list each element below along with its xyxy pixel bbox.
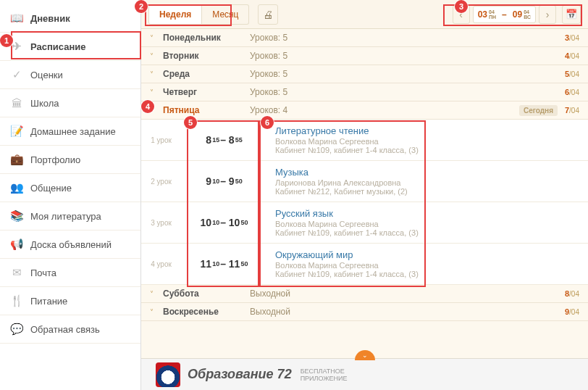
day-date-badge: 7/04	[565, 106, 579, 115]
sidebar-item-icon: 💼	[10, 153, 23, 166]
date-start-weekday: ПН	[489, 14, 496, 20]
lesson-time: 1010 – 1050	[181, 208, 268, 237]
sidebar-item-5[interactable]: 💼Портфолио	[0, 146, 140, 174]
annotation-marker-4: 4	[141, 100, 154, 113]
sidebar-item-icon: 📢	[10, 238, 23, 251]
view-tabs: Неделя Месяц	[148, 4, 249, 25]
main-panel: Неделя Месяц 🖨 ‹ 03 04 ПН	[141, 0, 588, 390]
lesson-room: Кабинет №109, кабинет 1-4 класса, (3)	[275, 270, 581, 278]
lesson-number: 3 урок	[141, 208, 181, 237]
sidebar-item-label: Дневник	[30, 13, 70, 24]
date-sep: –	[502, 9, 507, 20]
lesson-time: 815 – 855	[181, 125, 268, 154]
sidebar-item-9[interactable]: ✉Почта	[0, 259, 140, 287]
lesson-subject-link[interactable]: Окружающий мир	[275, 249, 581, 260]
lesson-row: 2 урок910 – 950МузыкаЛарионова Ирина Але…	[141, 161, 588, 202]
day-date-badge: 6/04	[565, 88, 579, 96]
lesson-body: Литературное чтениеВолкова Марина Сергее…	[268, 125, 588, 154]
banner-logo-icon	[156, 362, 180, 387]
print-icon: 🖨	[263, 9, 273, 20]
date-range[interactable]: 03 04 ПН – 09 04 ВС	[473, 6, 536, 23]
date-navigator: ‹ 03 04 ПН – 09 04 В	[453, 5, 581, 24]
lesson-teacher: Ларионова Ирина Александровна	[275, 178, 581, 187]
sidebar-item-label: Домашнее задание	[30, 126, 116, 137]
day-row[interactable]: ˄ПятницаУроков: 4Сегодня7/04	[141, 101, 588, 120]
day-subtitle: Выходной	[250, 289, 290, 299]
lesson-body: Окружающий мирВолкова Марина СергеевнаКа…	[268, 249, 588, 278]
day-subtitle: Уроков: 5	[250, 69, 287, 79]
lesson-time: 910 – 950	[181, 167, 268, 196]
chevron-down-icon: ˅	[150, 88, 163, 96]
day-name: Вторник	[163, 51, 250, 61]
lesson-subject-link[interactable]: Русский язык	[275, 208, 581, 219]
day-date-badge: 5/04	[565, 70, 579, 78]
chevron-down-icon: ˅	[150, 52, 163, 60]
tab-month[interactable]: Месяц	[202, 4, 249, 25]
day-row[interactable]: ˅СредаУроков: 55/04	[141, 65, 588, 83]
date-start-day: 03	[478, 9, 487, 20]
day-row[interactable]: ˅СубботаВыходной8/04	[141, 285, 588, 303]
day-subtitle: Уроков: 5	[250, 51, 287, 61]
sidebar-item-icon: 📖	[10, 12, 23, 25]
chevron-down-icon: ˅	[150, 308, 163, 316]
date-end-day: 09	[513, 9, 522, 20]
day-row[interactable]: ˅ВторникУроков: 54/04	[141, 47, 588, 65]
annotation-marker-5: 5	[184, 116, 197, 129]
day-date-badge: 3/04	[565, 33, 579, 42]
lesson-list: 1 урок815 – 855Литературное чтениеВолков…	[141, 120, 588, 285]
annotation-marker-3: 3	[455, 0, 468, 13]
lesson-body: Русский языкВолкова Марина СергеевнаКаби…	[268, 208, 588, 237]
lesson-teacher: Волкова Марина Сергеевна	[275, 220, 581, 228]
annotation-marker-6: 6	[261, 116, 274, 129]
lesson-row: 3 урок1010 – 1050Русский языкВолкова Мар…	[141, 202, 588, 244]
lesson-room: Кабинет №109, кабинет 1-4 класса, (3)	[275, 146, 581, 154]
day-name: Среда	[163, 69, 250, 79]
sidebar-item-6[interactable]: 👥Общение	[0, 174, 140, 202]
sidebar-item-11[interactable]: 💬Обратная связь	[0, 315, 140, 344]
lesson-subject-link[interactable]: Литературное чтение	[275, 125, 581, 136]
toolbar: Неделя Месяц 🖨 ‹ 03 04 ПН	[141, 0, 588, 29]
day-date-badge: 9/04	[565, 307, 579, 316]
banner-title: Образование 72	[188, 367, 292, 382]
footer-ad-banner[interactable]: ⌄ Образование 72 БЕСПЛАТНОЕ ПРИЛОЖЕНИЕ	[141, 358, 588, 390]
day-date-badge: 4/04	[565, 51, 579, 60]
sidebar-item-label: Расписание	[30, 41, 86, 52]
sidebar-item-2[interactable]: ✓Оценки	[0, 61, 140, 89]
lesson-subject-link[interactable]: Музыка	[275, 167, 581, 178]
day-row[interactable]: ˅ВоскресеньеВыходной9/04	[141, 303, 588, 321]
lesson-room: Кабинет №212, Кабинет музыки, (2)	[275, 187, 581, 196]
chevron-down-icon: ⌄	[362, 352, 368, 359]
sidebar-item-icon: 🏛	[10, 96, 23, 109]
sidebar-item-1[interactable]: ✈Расписание	[0, 33, 140, 61]
sidebar-item-3[interactable]: 🏛Школа	[0, 89, 140, 117]
chevron-down-icon: ˅	[150, 290, 163, 298]
lesson-body: МузыкаЛарионова Ирина АлександровнаКабин…	[268, 167, 588, 196]
sidebar-item-label: Почта	[30, 267, 56, 278]
day-row[interactable]: ˅ЧетвергУроков: 56/04	[141, 83, 588, 101]
sidebar-item-10[interactable]: 🍴Питание	[0, 287, 140, 315]
calendar-icon: 📅	[566, 9, 577, 20]
lesson-time: 1110 – 1150	[181, 249, 268, 278]
sidebar-item-icon: 👥	[10, 181, 23, 194]
day-name: Пятница	[163, 105, 250, 115]
sidebar-item-8[interactable]: 📢Доска объявлений	[0, 231, 140, 259]
sidebar-item-7[interactable]: 📚Моя литература	[0, 202, 140, 231]
day-list: ˅ПонедельникУроков: 53/04˅ВторникУроков:…	[141, 29, 588, 321]
print-button[interactable]: 🖨	[258, 4, 278, 25]
sidebar-item-4[interactable]: 📝Домашнее задание	[0, 117, 140, 146]
day-name: Четверг	[163, 87, 250, 97]
sidebar-item-icon: 📝	[10, 125, 23, 138]
day-subtitle: Уроков: 4	[250, 105, 287, 115]
calendar-button[interactable]: 📅	[562, 5, 581, 24]
day-name: Суббота	[163, 289, 250, 299]
sidebar-item-0[interactable]: 📖Дневник	[0, 4, 140, 33]
lesson-number: 4 урок	[141, 249, 181, 278]
lesson-row: 4 урок1110 – 1150Окружающий мирВолкова М…	[141, 244, 588, 285]
tab-week[interactable]: Неделя	[148, 4, 202, 25]
sidebar-item-label: Доска объявлений	[30, 239, 112, 250]
day-row[interactable]: ˅ПонедельникУроков: 53/04	[141, 29, 588, 47]
annotation-marker-1: 1	[0, 34, 13, 47]
chevron-down-icon: ˅	[150, 34, 163, 42]
annotation-marker-2: 2	[135, 0, 148, 13]
next-week-button[interactable]: ›	[539, 5, 556, 24]
